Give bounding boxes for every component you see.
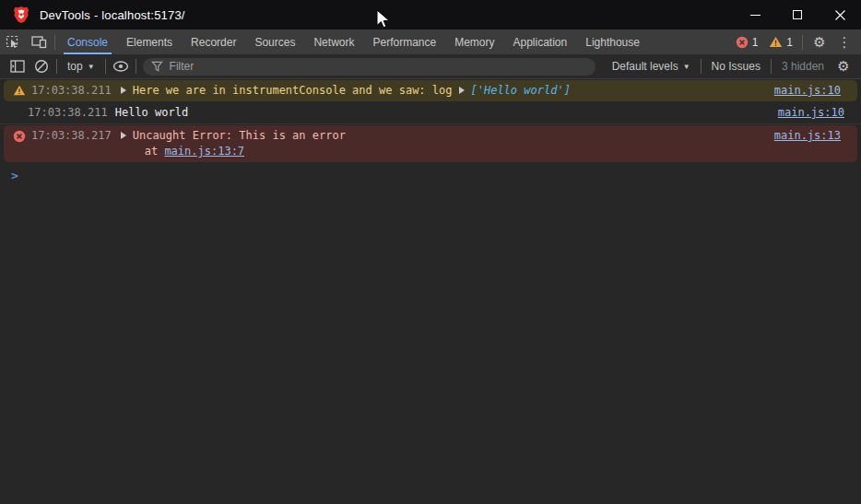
stack-at-label: at xyxy=(145,145,158,158)
tab-label: Console xyxy=(67,36,108,49)
console-prompt[interactable]: > xyxy=(0,163,861,188)
console-sidebar-icon xyxy=(10,60,25,73)
tab-label: Lighthouse xyxy=(585,36,640,49)
tab-memory[interactable]: Memory xyxy=(445,29,503,54)
devtools-tab-bar: Console Elements Recorder Sources Networ… xyxy=(0,29,861,54)
settings-gear-icon[interactable]: ⚙ xyxy=(808,34,832,51)
divider xyxy=(771,59,772,74)
stack-trace-line: at main.js:13:7 xyxy=(133,144,760,159)
devtools-window: DevTools - localhost:5173/ xyxy=(0,0,861,504)
tab-label: Elements xyxy=(126,36,172,49)
clear-console-icon xyxy=(34,59,49,74)
expand-triangle-icon[interactable] xyxy=(459,87,465,94)
tab-lighthouse[interactable]: Lighthouse xyxy=(576,29,649,54)
tab-label: Performance xyxy=(372,36,436,49)
console-message-error[interactable]: 17:03:38.217 Uncaught Error: This is an … xyxy=(4,125,857,162)
device-toolbar-icon xyxy=(31,35,47,49)
warning-count: 1 xyxy=(786,36,793,49)
timestamp: 17:03:38.211 xyxy=(28,105,108,121)
window-controls xyxy=(734,0,861,29)
source-link[interactable]: main.js:10 xyxy=(760,83,841,99)
filter-funnel-icon xyxy=(151,61,163,72)
close-button[interactable] xyxy=(819,0,861,29)
maximize-button[interactable] xyxy=(776,0,819,29)
filter-box[interactable] xyxy=(143,58,596,76)
inspect-icon xyxy=(6,35,20,50)
divider xyxy=(802,35,803,50)
warning-count-badge[interactable]: 1 xyxy=(764,36,797,49)
prompt-chevron-icon: > xyxy=(11,169,18,182)
timestamp: 17:03:38.211 xyxy=(31,83,112,99)
tab-application[interactable]: Application xyxy=(504,29,577,54)
console-message-warning[interactable]: 17:03:38.211 Here we are in instrumentCo… xyxy=(4,80,857,101)
message-text: Here we are in instrumentConsole and we … xyxy=(133,83,760,99)
toggle-device-toolbar-button[interactable] xyxy=(26,30,52,54)
warning-icon xyxy=(769,36,783,48)
create-live-expression-button[interactable] xyxy=(109,54,133,78)
log-levels-dropdown[interactable]: Default levels ▼ xyxy=(605,60,698,73)
title-bar: DevTools - localhost:5173/ xyxy=(0,0,861,29)
warning-icon xyxy=(13,85,26,96)
chevron-down-icon: ▼ xyxy=(683,63,690,71)
expand-triangle-icon[interactable] xyxy=(121,132,126,139)
error-icon xyxy=(736,36,749,49)
minimize-button[interactable] xyxy=(734,0,776,29)
filter-input[interactable] xyxy=(170,60,587,73)
tab-performance[interactable]: Performance xyxy=(363,29,445,54)
error-count: 1 xyxy=(752,36,759,49)
message-text: Hello world xyxy=(115,105,763,121)
issues-counter[interactable]: No Issues xyxy=(704,60,768,73)
tab-label: Memory xyxy=(454,36,494,49)
tab-label: Network xyxy=(313,36,354,49)
more-options-menu-icon[interactable]: ⋮ xyxy=(833,34,855,51)
tab-label: Sources xyxy=(254,36,295,49)
chevron-down-icon: ▼ xyxy=(88,63,95,71)
timestamp: 17:03:38.217 xyxy=(31,128,112,144)
source-link[interactable]: main.js:10 xyxy=(763,105,844,121)
tab-elements[interactable]: Elements xyxy=(117,29,182,54)
levels-label: Default levels xyxy=(612,60,678,73)
divider xyxy=(136,59,136,74)
divider xyxy=(56,59,57,74)
log-text: Hello world xyxy=(115,106,188,119)
tab-network[interactable]: Network xyxy=(304,29,363,54)
tab-sources[interactable]: Sources xyxy=(245,29,304,54)
tab-console[interactable]: Console xyxy=(58,29,117,54)
show-console-sidebar-button[interactable] xyxy=(6,54,29,78)
context-label: top xyxy=(67,60,83,73)
divider xyxy=(701,59,702,74)
message-text: Uncaught Error: This is an error at main… xyxy=(133,128,760,159)
inspect-element-button[interactable] xyxy=(0,30,26,54)
window-title: DevTools - localhost:5173/ xyxy=(40,8,185,22)
console-settings-gear-icon[interactable]: ⚙ xyxy=(832,58,855,75)
error-count-badge[interactable]: 1 xyxy=(731,36,763,49)
console-message-log[interactable]: 17:03:38.211 Hello world main.js:10 xyxy=(0,102,861,124)
expand-triangle-icon[interactable] xyxy=(121,87,126,94)
divider xyxy=(105,59,106,74)
divider xyxy=(54,35,55,50)
console-toolbar: top ▼ Default levels ▼ No Issues 3 hidde… xyxy=(0,54,861,79)
brave-browser-icon xyxy=(12,6,30,24)
error-text: Uncaught Error: This is an error xyxy=(133,128,760,144)
close-icon xyxy=(835,10,845,20)
error-icon xyxy=(13,130,26,143)
tab-label: Recorder xyxy=(191,36,236,49)
maximize-icon xyxy=(793,10,802,19)
minimize-icon xyxy=(750,10,761,20)
eye-icon xyxy=(112,60,129,73)
array-preview[interactable]: ['Hello world'] xyxy=(470,84,570,97)
tab-recorder[interactable]: Recorder xyxy=(182,29,245,54)
source-link[interactable]: main.js:13 xyxy=(760,128,841,144)
console-messages-area: 17:03:38.211 Here we are in instrumentCo… xyxy=(0,79,861,504)
stack-location-link[interactable]: main.js:13:7 xyxy=(164,145,244,158)
javascript-context-selector[interactable]: top ▼ xyxy=(60,60,102,73)
tabbar-right-controls: 1 1 ⚙ ⋮ xyxy=(731,34,861,51)
hidden-messages-count[interactable]: 3 hidden xyxy=(774,60,832,73)
tab-label: Application xyxy=(513,36,568,49)
clear-console-button[interactable] xyxy=(29,54,53,78)
warning-text: Here we are in instrumentConsole and we … xyxy=(133,84,453,97)
